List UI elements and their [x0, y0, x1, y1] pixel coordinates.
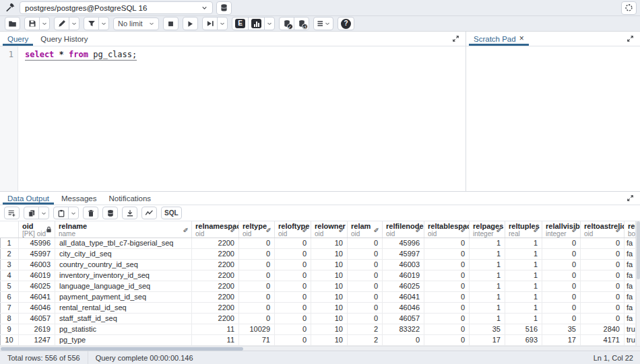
- grid-cell-relam[interactable]: 2: [348, 335, 383, 345]
- grid-cell-relowner[interactable]: 10: [311, 303, 348, 313]
- grid-cell-reltablespace[interactable]: 0: [424, 238, 470, 248]
- grid-cell-reltype[interactable]: 10029: [239, 324, 275, 334]
- grid-cell-relallvisible[interactable]: 17: [542, 335, 581, 345]
- grid-cell-reltype[interactable]: 0: [239, 249, 275, 259]
- column-header-relallvisible[interactable]: relallvisibleinteger✎: [542, 221, 581, 238]
- tab-scratch-pad[interactable]: Scratch Pad×: [468, 32, 530, 46]
- grid-cell-relam[interactable]: 0: [348, 238, 383, 248]
- grid-corner-cell[interactable]: [0, 221, 19, 238]
- grid-cell-relnamespace[interactable]: 2200: [192, 270, 239, 281]
- grid-cell-relnamespace[interactable]: 2200: [192, 281, 239, 291]
- grid-cell-relam[interactable]: 0: [348, 270, 383, 281]
- grid-cell-relam[interactable]: 0: [348, 292, 383, 302]
- grid-cell-relnamespace[interactable]: 2200: [192, 292, 239, 302]
- row-number-cell[interactable]: 4: [0, 270, 19, 281]
- grid-cell-rel[interactable]: fa: [625, 281, 636, 291]
- grid-cell-relallvisible[interactable]: 0: [542, 249, 581, 259]
- grid-cell-reltoastrelid[interactable]: 0: [581, 303, 625, 313]
- grid-cell-reloftype[interactable]: 0: [275, 238, 311, 248]
- grid-cell-relam[interactable]: 0: [348, 260, 383, 270]
- grid-cell-relnamespace[interactable]: 2200: [192, 303, 239, 313]
- grid-cell-reloftype[interactable]: 0: [275, 335, 311, 345]
- grid-cell-reltuples[interactable]: 1: [505, 303, 542, 313]
- grid-cell-rel[interactable]: fa: [625, 260, 636, 270]
- column-header-relam[interactable]: relamoid✎: [348, 221, 383, 238]
- column-header-reloftype[interactable]: reloftypeoid✎: [275, 221, 311, 238]
- rollback-button[interactable]: ↺: [294, 17, 309, 30]
- grid-cell-relam[interactable]: 0: [348, 281, 383, 291]
- execute-script-button[interactable]: [202, 17, 218, 30]
- grid-cell-relowner[interactable]: 10: [311, 324, 348, 334]
- grid-cell-relowner[interactable]: 10: [311, 281, 348, 291]
- row-number-cell[interactable]: 7: [0, 303, 19, 313]
- grid-cell-relam[interactable]: 0: [348, 303, 383, 313]
- grid-cell-oid[interactable]: 46046: [19, 303, 55, 313]
- connection-status-button[interactable]: [621, 1, 637, 15]
- grid-cell-relallvisible[interactable]: 0: [542, 314, 581, 324]
- grid-cell-reltablespace[interactable]: 0: [424, 303, 470, 313]
- column-header-relname[interactable]: relnamename✎: [55, 221, 192, 238]
- grid-cell-reloftype[interactable]: 0: [275, 270, 311, 281]
- grid-cell-relpages[interactable]: 35: [470, 324, 505, 334]
- vertical-scrollbar-thumb[interactable]: [637, 221, 640, 279]
- row-number-cell[interactable]: 1: [0, 238, 19, 248]
- grid-cell-reltuples[interactable]: 1: [505, 249, 542, 259]
- grid-cell-rel[interactable]: tru: [625, 335, 636, 345]
- grid-cell-reltuples[interactable]: 1: [505, 292, 542, 302]
- save-dropdown-button[interactable]: [39, 17, 50, 30]
- grid-cell-relfilenode[interactable]: 83322: [383, 324, 424, 334]
- execute-button[interactable]: [183, 17, 198, 30]
- grid-cell-rel[interactable]: fa: [625, 303, 636, 313]
- grid-cell-reltoastrelid[interactable]: 0: [581, 260, 625, 270]
- grid-cell-relpages[interactable]: 1: [470, 281, 505, 291]
- grid-cell-reltablespace[interactable]: 0: [424, 324, 470, 334]
- grid-cell-relname[interactable]: language_language_id_seq: [55, 281, 192, 291]
- grid-cell-relfilenode[interactable]: 0: [383, 335, 424, 345]
- grid-cell-relam[interactable]: 2: [348, 324, 383, 334]
- edit-button[interactable]: [54, 17, 69, 30]
- grid-cell-relowner[interactable]: 10: [311, 238, 348, 248]
- grid-cell-relnamespace[interactable]: 2200: [192, 238, 239, 248]
- sql-code[interactable]: select * from pg_class;: [18, 46, 137, 191]
- grid-cell-reltoastrelid[interactable]: 0: [581, 249, 625, 259]
- grid-cell-reloftype[interactable]: 0: [275, 249, 311, 259]
- grid-cell-relnamespace[interactable]: 11: [192, 324, 239, 334]
- grid-cell-relallvisible[interactable]: 0: [542, 260, 581, 270]
- grid-cell-oid[interactable]: 2619: [19, 324, 55, 334]
- explain-analyze-button[interactable]: [248, 17, 265, 30]
- explain-button[interactable]: E: [232, 17, 249, 30]
- grid-cell-reltuples[interactable]: 1: [505, 270, 542, 281]
- grid-cell-relnamespace[interactable]: 2200: [192, 314, 239, 324]
- execute-options-dropdown-button[interactable]: [217, 17, 228, 30]
- new-connection-button[interactable]: [216, 1, 232, 15]
- grid-cell-relpages[interactable]: 17: [470, 335, 505, 345]
- copy-button[interactable]: [24, 207, 39, 219]
- filter-dropdown-button[interactable]: [98, 17, 109, 30]
- grid-cell-relowner[interactable]: 10: [311, 335, 348, 345]
- filter-button[interactable]: [84, 17, 99, 30]
- grid-cell-reloftype[interactable]: 0: [275, 292, 311, 302]
- grid-cell-relnamespace[interactable]: 2200: [192, 260, 239, 270]
- grid-cell-reltype[interactable]: 0: [239, 238, 275, 248]
- grid-cell-relam[interactable]: 0: [348, 249, 383, 259]
- grid-cell-reltuples[interactable]: 693: [505, 335, 542, 345]
- grid-cell-relfilenode[interactable]: 46041: [383, 292, 424, 302]
- grid-cell-relallvisible[interactable]: 0: [542, 303, 581, 313]
- grid-cell-relpages[interactable]: 1: [470, 249, 505, 259]
- tab-query[interactable]: Query: [1, 32, 34, 46]
- sql-editor[interactable]: 1 select * from pg_class;: [0, 46, 466, 191]
- row-number-cell[interactable]: 8: [0, 314, 19, 324]
- grid-cell-relname[interactable]: payment_payment_id_seq: [55, 292, 192, 302]
- grid-cell-relpages[interactable]: 1: [470, 314, 505, 324]
- grid-cell-reltype[interactable]: 71: [239, 335, 275, 345]
- grid-cell-reltoastrelid[interactable]: 0: [581, 281, 625, 291]
- grid-cell-reltype[interactable]: 0: [239, 270, 275, 281]
- grid-cell-relallvisible[interactable]: 0: [542, 238, 581, 248]
- grid-cell-oid[interactable]: 45996: [19, 238, 55, 248]
- horizontal-scrollbar[interactable]: [0, 346, 640, 351]
- grid-cell-reltuples[interactable]: 1: [505, 314, 542, 324]
- grid-cell-reltoastrelid[interactable]: 2840: [581, 324, 625, 334]
- close-icon[interactable]: ×: [519, 35, 524, 42]
- row-number-cell[interactable]: 10: [0, 335, 19, 345]
- grid-cell-reltablespace[interactable]: 0: [424, 270, 470, 281]
